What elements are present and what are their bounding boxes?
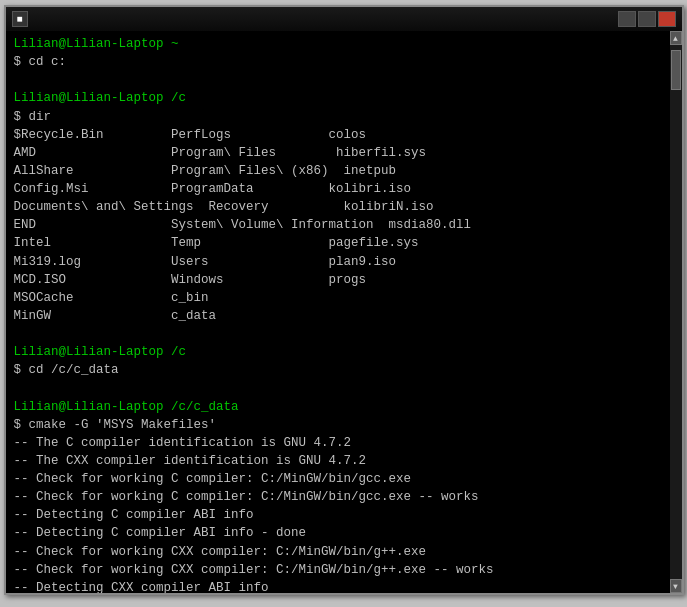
title-bar: ■ [6, 7, 682, 31]
terminal-line: -- The C compiler identification is GNU … [14, 436, 352, 450]
terminal-body: Lilian@Lilian-Laptop ~ $ cd c: Lilian@Li… [6, 31, 682, 593]
terminal-line: Lilian@Lilian-Laptop /c/c_data [14, 400, 239, 414]
terminal-line: -- The CXX compiler identification is GN… [14, 454, 367, 468]
terminal-line: -- Check for working C compiler: C:/MinG… [14, 472, 412, 486]
terminal-line: $Recycle.Bin PerfLogs colos [14, 128, 367, 142]
terminal-line: $ cmake -G 'MSYS Makefiles' [14, 418, 217, 432]
terminal-icon: ■ [12, 11, 28, 27]
terminal-content[interactable]: Lilian@Lilian-Laptop ~ $ cd c: Lilian@Li… [6, 31, 670, 593]
terminal-line: MinGW c_data [14, 309, 217, 323]
terminal-line: Config.Msi ProgramData kolibri.iso [14, 182, 412, 196]
minimize-button[interactable] [618, 11, 636, 27]
terminal-line: MSOCache c_bin [14, 291, 209, 305]
terminal-line: END System\ Volume\ Information msdia80.… [14, 218, 472, 232]
terminal-line: Lilian@Lilian-Laptop /c [14, 345, 187, 359]
terminal-line: Mi319.log Users plan9.iso [14, 255, 397, 269]
terminal-line: -- Check for working C compiler: C:/MinG… [14, 490, 479, 504]
terminal-line: -- Detecting C compiler ABI info [14, 508, 254, 522]
scrollbar-thumb[interactable] [671, 50, 681, 90]
terminal-line: Lilian@Lilian-Laptop /c [14, 91, 187, 105]
title-bar-left: ■ [12, 11, 34, 27]
terminal-line: -- Detecting C compiler ABI info - done [14, 526, 307, 540]
terminal-line: MCD.ISO Windows progs [14, 273, 367, 287]
terminal-window: ■ Lilian@Lilian-Laptop ~ $ cd c: Lilian@… [4, 5, 684, 595]
terminal-line: AMD Program\ Files hiberfil.sys [14, 146, 427, 160]
maximize-button[interactable] [638, 11, 656, 27]
window-controls [618, 11, 676, 27]
terminal-line: Documents\ and\ Settings Recovery kolibr… [14, 200, 434, 214]
terminal-line: Lilian@Lilian-Laptop ~ [14, 37, 179, 51]
scroll-down-button[interactable]: ▼ [670, 579, 682, 593]
terminal-line: $ cd c: [14, 55, 67, 69]
close-button[interactable] [658, 11, 676, 27]
terminal-line: -- Check for working CXX compiler: C:/Mi… [14, 545, 427, 559]
terminal-line: Intel Temp pagefile.sys [14, 236, 419, 250]
terminal-line: $ dir [14, 110, 52, 124]
terminal-line: -- Detecting CXX compiler ABI info [14, 581, 269, 593]
terminal-line: -- Check for working CXX compiler: C:/Mi… [14, 563, 494, 577]
terminal-line: AllShare Program\ Files\ (x86) inetpub [14, 164, 397, 178]
scrollbar-track [670, 45, 682, 579]
scrollbar[interactable]: ▲ ▼ [670, 31, 682, 593]
scroll-up-button[interactable]: ▲ [670, 31, 682, 45]
terminal-line: $ cd /c/c_data [14, 363, 119, 377]
